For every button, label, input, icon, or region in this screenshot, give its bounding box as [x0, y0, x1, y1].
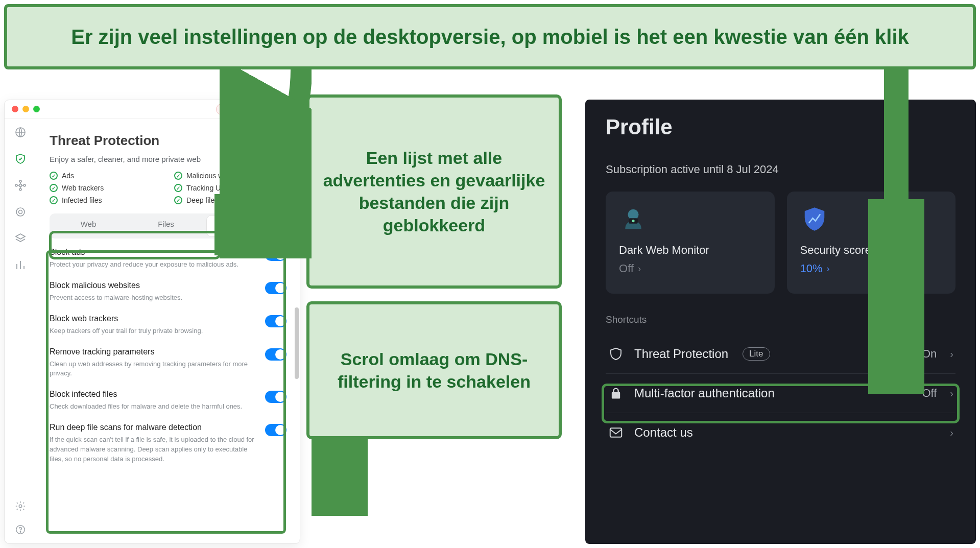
chevron-right-icon: › — [950, 388, 953, 399]
svg-point-4 — [23, 184, 26, 186]
shortcut-label: Multi-factor authentication — [634, 386, 775, 400]
shortcut-status: On — [922, 347, 937, 361]
setting-title: Block web trackers — [50, 314, 259, 323]
annotation-banner-text: Er zijn veel instellingen op de desktopv… — [71, 24, 909, 50]
shortcuts-heading: Shortcuts — [606, 314, 955, 325]
svg-point-6 — [19, 188, 21, 190]
mail-icon — [608, 424, 624, 441]
layers-icon[interactable] — [14, 232, 27, 245]
target-icon[interactable] — [14, 205, 27, 219]
security-score-icon — [800, 205, 829, 233]
minimize-dot[interactable] — [22, 106, 29, 112]
globe-icon[interactable] — [14, 126, 27, 139]
zoom-dot[interactable] — [33, 106, 40, 112]
setting-title: Block malicious websites — [50, 281, 259, 290]
gear-icon[interactable] — [14, 499, 27, 513]
chevron-right-icon: › — [950, 348, 953, 360]
desktop-left-rail — [5, 118, 36, 543]
close-dot[interactable] — [12, 106, 18, 112]
check-deep: ✓Deep file scans — [174, 196, 286, 204]
mobile-profile-screen: Profile Subscription active until 8 Jul … — [585, 100, 976, 544]
toggle-block-trackers[interactable] — [265, 315, 286, 327]
card-title: Security score — [800, 244, 943, 257]
mobile-page-title: Profile — [606, 115, 955, 139]
page-title: Threat Protection — [50, 133, 286, 149]
stats-icon[interactable] — [14, 258, 27, 272]
setting-block-infected: Block infected files Check downloaded fi… — [50, 390, 286, 412]
svg-point-3 — [15, 184, 17, 186]
mac-titlebar: NOT CONNECTED — [5, 100, 300, 118]
shortcut-threat-protection[interactable]: Threat Protection Lite On › — [606, 335, 955, 374]
check-urls: ✓Tracking URLs — [174, 184, 286, 192]
tab-files[interactable]: Files — [127, 213, 205, 239]
toggle-block-ads[interactable] — [265, 249, 286, 261]
setting-block-ads: Block ads Protect your privacy and reduc… — [50, 248, 286, 270]
setting-desc: Check downloaded files for malware and d… — [50, 402, 259, 412]
setting-block-trackers: Block web trackers Keep trackers off you… — [50, 314, 286, 336]
svg-point-7 — [16, 208, 25, 216]
desktop-main-content: Threat Protection Enjoy a safer, cleaner… — [36, 118, 300, 543]
setting-desc: Clean up web addresses by removing track… — [50, 360, 259, 379]
shortcut-label: Threat Protection — [634, 347, 728, 361]
setting-title: Block ads — [50, 248, 259, 257]
tab-web[interactable]: Web — [50, 213, 127, 239]
settings-list: Block ads Protect your privacy and reduc… — [50, 248, 286, 464]
setting-title: Remove tracking parameters — [50, 347, 259, 356]
setting-title: Run deep file scans for malware detectio… — [50, 423, 259, 432]
svg-point-8 — [18, 210, 22, 214]
setting-desc: Prevent access to malware-hosting websit… — [50, 293, 259, 303]
setting-desc: Keep trackers off your trail for truly p… — [50, 326, 259, 336]
annotation-banner-top: Er zijn veel instellingen op de desktopv… — [4, 4, 976, 69]
chevron-right-icon: › — [827, 264, 830, 274]
svg-rect-0 — [225, 109, 228, 111]
card-title: Dark Web Monitor — [619, 244, 761, 257]
check-ads: ✓Ads — [50, 172, 162, 180]
toggle-deep-scan[interactable] — [265, 424, 286, 436]
feature-check-grid: ✓Ads ✓Malicious websites ✓Web trackers ✓… — [50, 172, 286, 204]
tab-bar: Web Files Settings — [50, 213, 286, 239]
card-dark-web-monitor[interactable]: Dark Web Monitor Off › — [606, 192, 775, 294]
scrollbar[interactable] — [295, 307, 299, 379]
help-icon[interactable] — [14, 523, 27, 536]
setting-title: Block infected files — [50, 390, 259, 399]
toggle-block-infected[interactable] — [265, 391, 286, 403]
shortcut-mfa[interactable]: Multi-factor authentication Off › — [606, 374, 955, 413]
shortcut-contact[interactable]: Contact us › — [606, 413, 955, 452]
check-trackers: ✓Web trackers — [50, 184, 162, 192]
annotation-callout-dns-scroll: Scrol omlaag om DNS-filtering in te scha… — [306, 301, 562, 439]
shortcut-label: Contact us — [634, 425, 693, 440]
setting-desc: Protect your privacy and reduce your exp… — [50, 260, 259, 270]
mac-window-controls[interactable] — [12, 106, 40, 112]
annotation-arrow-scroll-down — [312, 439, 368, 516]
toggle-block-malicious[interactable] — [265, 282, 286, 294]
annotation-callout-blocked-list: Een lijst met alle advertenties en gevaa… — [306, 94, 562, 289]
tab-settings[interactable]: Settings — [206, 215, 285, 237]
card-security-score[interactable]: Security score 10% › — [787, 192, 956, 294]
subscription-status: Subscription active until 8 Jul 2024 — [606, 163, 955, 176]
lock-icon — [224, 107, 229, 112]
svg-point-14 — [632, 220, 634, 222]
svg-point-2 — [19, 184, 21, 187]
setting-remove-tracking-params: Remove tracking parameters Clean up web … — [50, 347, 286, 379]
svg-point-9 — [19, 505, 22, 508]
shortcut-status: Off — [922, 387, 937, 400]
svg-point-11 — [20, 532, 20, 532]
card-value: 10% › — [800, 262, 943, 275]
connection-status-badge: NOT CONNECTED — [216, 104, 292, 115]
lock-icon — [608, 385, 624, 401]
connection-status-text: NOT CONNECTED — [232, 106, 284, 112]
toggle-remove-tracking-params[interactable] — [265, 348, 286, 361]
mesh-icon[interactable] — [14, 179, 27, 192]
shield-outline-icon — [608, 346, 624, 362]
card-value: Off › — [619, 262, 761, 275]
chevron-right-icon: › — [638, 264, 641, 274]
setting-deep-scan: Run deep file scans for malware detectio… — [50, 423, 286, 464]
dark-web-icon — [619, 205, 648, 233]
setting-block-malicious: Block malicious websites Prevent access … — [50, 281, 286, 303]
check-malicious: ✓Malicious websites — [174, 172, 286, 180]
svg-rect-15 — [610, 428, 622, 437]
check-infected: ✓Infected files — [50, 196, 162, 204]
chevron-right-icon: › — [950, 427, 953, 439]
shield-icon[interactable] — [14, 152, 27, 165]
svg-point-5 — [19, 180, 21, 182]
